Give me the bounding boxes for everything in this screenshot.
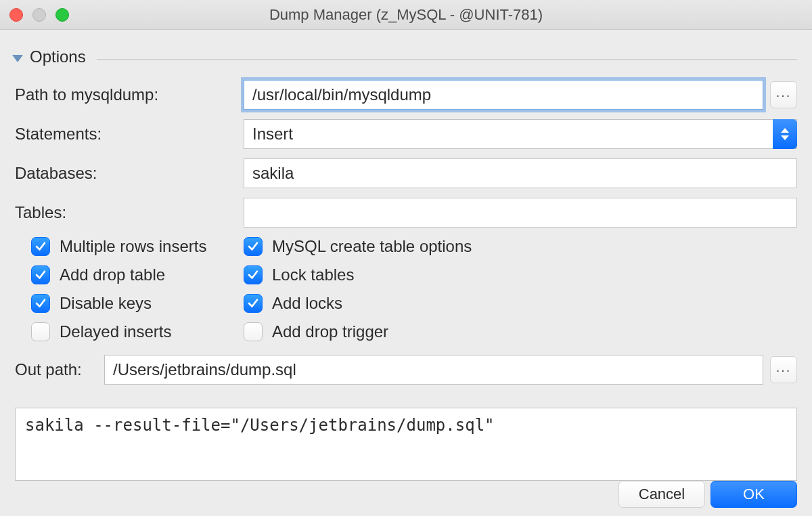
- browse-mysqldump-button[interactable]: ...: [770, 81, 797, 108]
- checkbox-label: Lock tables: [272, 265, 354, 284]
- checkbox-icon[interactable]: [31, 322, 50, 341]
- checkbox-icon[interactable]: [244, 237, 263, 256]
- traffic-lights: [9, 8, 69, 22]
- checkbox-mysql-create-table-options[interactable]: MySQL create table options: [244, 237, 797, 256]
- checkbox-multiple-rows-inserts[interactable]: Multiple rows inserts: [31, 237, 244, 256]
- path-to-mysqldump-label: Path to mysqldump:: [15, 85, 244, 104]
- path-to-mysqldump-input[interactable]: [244, 80, 763, 110]
- statements-select-value[interactable]: Insert: [244, 119, 797, 149]
- browse-out-path-button[interactable]: ...: [770, 356, 797, 383]
- tables-label: Tables:: [15, 203, 244, 222]
- checkbox-label: Delayed inserts: [60, 322, 171, 341]
- minimize-icon: [32, 8, 46, 22]
- command-preview[interactable]: [15, 408, 797, 481]
- out-path-input[interactable]: [104, 355, 763, 385]
- options-checkbox-grid: Multiple rows insertsAdd drop tableDisab…: [15, 237, 797, 341]
- section-title: Options: [30, 47, 86, 66]
- checkbox-icon[interactable]: [31, 237, 50, 256]
- checkbox-label: Add drop table: [60, 265, 165, 284]
- checkbox-label: MySQL create table options: [272, 237, 472, 256]
- checkbox-label: Multiple rows inserts: [60, 237, 206, 256]
- checkbox-icon[interactable]: [244, 322, 263, 341]
- checkbox-add-drop-table[interactable]: Add drop table: [31, 265, 244, 284]
- tables-input[interactable]: [244, 198, 797, 228]
- checkbox-label: Disable keys: [60, 294, 152, 313]
- checkbox-icon[interactable]: [244, 294, 263, 313]
- checkbox-delayed-inserts[interactable]: Delayed inserts: [31, 322, 244, 341]
- checkbox-add-drop-trigger[interactable]: Add drop trigger: [244, 322, 797, 341]
- checkbox-lock-tables[interactable]: Lock tables: [244, 265, 797, 284]
- checkbox-icon[interactable]: [244, 265, 263, 284]
- databases-input[interactable]: [244, 158, 797, 188]
- section-header-options[interactable]: Options: [12, 47, 797, 66]
- cancel-button[interactable]: Cancel: [618, 481, 705, 508]
- select-stepper-icon[interactable]: [773, 119, 797, 149]
- statements-select[interactable]: Insert: [244, 119, 797, 149]
- section-divider: [97, 59, 797, 60]
- disclosure-triangle-icon[interactable]: [12, 55, 23, 62]
- close-icon[interactable]: [9, 8, 23, 22]
- checkbox-add-locks[interactable]: Add locks: [244, 294, 797, 313]
- checkbox-icon[interactable]: [31, 265, 50, 284]
- checkbox-label: Add drop trigger: [272, 322, 388, 341]
- window-title: Dump Manager (z_MySQL - @UNIT-781): [269, 6, 543, 24]
- checkbox-icon[interactable]: [31, 294, 50, 313]
- maximize-icon[interactable]: [55, 8, 69, 22]
- out-path-label: Out path:: [15, 360, 104, 379]
- checkbox-disable-keys[interactable]: Disable keys: [31, 294, 244, 313]
- window-titlebar: Dump Manager (z_MySQL - @UNIT-781): [0, 0, 812, 30]
- dialog-footer: Cancel OK: [618, 481, 797, 508]
- databases-label: Databases:: [15, 164, 244, 183]
- statements-label: Statements:: [15, 125, 244, 144]
- checkbox-label: Add locks: [272, 294, 342, 313]
- ok-button[interactable]: OK: [710, 481, 797, 508]
